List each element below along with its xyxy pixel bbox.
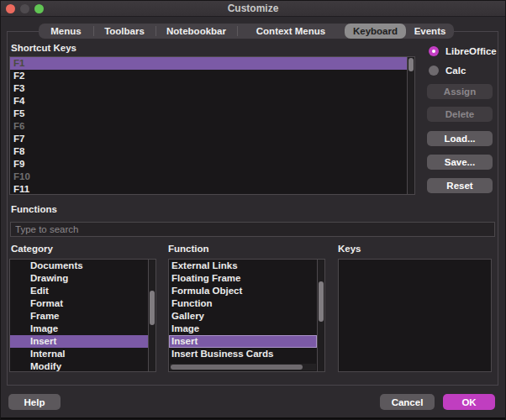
functions-label: Functions	[11, 204, 57, 214]
shortcut-key-row-f2[interactable]: F2	[10, 70, 407, 82]
function-label: Function	[168, 244, 209, 254]
scrollbar-thumb[interactable]	[319, 281, 324, 322]
tab-strip: MenusToolbarsNotebookbarContext MenusKey…	[39, 24, 454, 39]
category-list: DocumentsDrawingEditFormatFrameImageInse…	[9, 259, 156, 372]
shortcut-keys-list-content: F1F2F3F4F5F6F7F8F9F10F11	[10, 57, 407, 194]
category-label: Category	[11, 244, 53, 254]
shortcut-key-row-f8[interactable]: F8	[10, 145, 407, 158]
function-list: External LinksFloating FrameFormula Obje…	[168, 259, 325, 372]
radio-label: LibreOffice	[445, 46, 497, 56]
help-button[interactable]: Help	[8, 394, 61, 410]
keys-list	[338, 259, 492, 372]
radio-unselected-icon[interactable]	[429, 66, 439, 76]
function-row-external-links[interactable]: External Links	[169, 260, 317, 272]
shortcut-keys-list: F1F2F3F4F5F6F7F8F9F10F11	[9, 56, 415, 195]
title-bar: Customize	[0, 0, 506, 17]
cancel-button[interactable]: Cancel	[380, 394, 435, 410]
scrollbar-thumb[interactable]	[150, 291, 155, 325]
function-list-content: External LinksFloating FrameFormula Obje…	[169, 260, 317, 371]
function-row-formula-object[interactable]: Formula Object	[169, 285, 317, 297]
function-row-gallery[interactable]: Gallery	[169, 310, 317, 323]
tab-menus[interactable]: Menus	[39, 24, 93, 39]
shortcut-key-row-f3[interactable]: F3	[10, 82, 407, 95]
shortcut-key-row-f7[interactable]: F7	[10, 133, 407, 145]
load-button[interactable]: Load...	[427, 131, 493, 146]
function-row-insert-business-cards[interactable]: Insert Business Cards	[169, 348, 317, 360]
delete-button: Delete	[427, 107, 493, 122]
function-horizontal-scrollbar	[170, 364, 316, 370]
shortcut-keys-label: Shortcut Keys	[11, 43, 76, 53]
function-row-floating-frame[interactable]: Floating Frame	[169, 272, 317, 285]
category-row-modify[interactable]: Modify	[10, 360, 148, 371]
shortcut-key-row-f6[interactable]: F6	[10, 120, 407, 133]
shortcut-key-row-f4[interactable]: F4	[10, 95, 407, 108]
category-list-content: DocumentsDrawingEditFormatFrameImageInse…	[10, 260, 148, 371]
scope-option-calc[interactable]: Calc	[429, 65, 466, 76]
category-row-edit[interactable]: Edit	[10, 285, 148, 297]
keys-label: Keys	[338, 244, 361, 254]
tab-events[interactable]: Events	[406, 24, 454, 39]
function-row-insert[interactable]: Insert	[169, 335, 317, 348]
category-row-image[interactable]: Image	[10, 323, 148, 335]
category-row-format[interactable]: Format	[10, 297, 148, 310]
category-row-drawing[interactable]: Drawing	[10, 272, 148, 285]
function-row-image[interactable]: Image	[169, 323, 317, 335]
ok-button[interactable]: OK	[443, 394, 495, 410]
window-title: Customize	[0, 3, 506, 14]
category-scrollbar	[148, 260, 155, 371]
save-button[interactable]: Save...	[427, 155, 493, 170]
shortcut-key-row-f11[interactable]: F11	[10, 183, 407, 194]
shortcut-key-row-f9[interactable]: F9	[10, 158, 407, 171]
tab-toolbars[interactable]: Toolbars	[93, 24, 155, 39]
shortcut-keys-scrollbar	[407, 57, 414, 194]
assign-button: Assign	[427, 84, 493, 99]
tab-context-menus[interactable]: Context Menus	[237, 24, 345, 39]
shortcut-key-row-f5[interactable]: F5	[10, 108, 407, 120]
tab-keyboard[interactable]: Keyboard	[345, 24, 406, 39]
function-scrollbar	[317, 260, 324, 371]
reset-button[interactable]: Reset	[427, 178, 493, 193]
search-input[interactable]	[10, 222, 495, 237]
tab-notebookbar[interactable]: Notebookbar	[155, 24, 237, 39]
scrollbar-thumb[interactable]	[171, 365, 303, 370]
category-row-documents[interactable]: Documents	[10, 260, 148, 272]
scope-option-libreoffice[interactable]: LibreOffice	[429, 45, 497, 56]
shortcut-key-row-f10[interactable]: F10	[10, 171, 407, 183]
scrollbar-thumb[interactable]	[408, 58, 414, 71]
category-row-frame[interactable]: Frame	[10, 310, 148, 323]
category-row-internal[interactable]: Internal	[10, 348, 148, 360]
keys-list-content	[339, 260, 491, 371]
radio-selected-icon[interactable]	[429, 46, 439, 56]
radio-label: Calc	[445, 66, 466, 76]
shortcut-key-row-f1[interactable]: F1	[10, 57, 407, 70]
function-row-function[interactable]: Function	[169, 297, 317, 310]
category-row-insert[interactable]: Insert	[10, 335, 148, 348]
